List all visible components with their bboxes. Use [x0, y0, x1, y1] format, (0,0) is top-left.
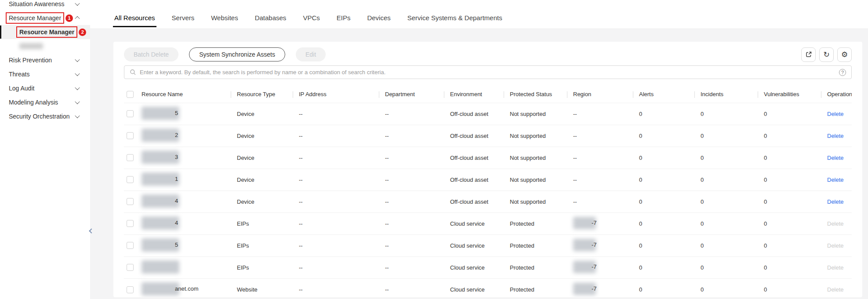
sidebar-item-log-audit[interactable]: Log Audit [0, 81, 90, 95]
redacted-region: -7 [573, 261, 597, 273]
tab-eips[interactable]: EIPs [337, 14, 351, 22]
redacted-region: -7 [573, 239, 597, 251]
row-checkbox[interactable] [127, 198, 134, 205]
sidebar-item-redacted[interactable] [0, 39, 90, 53]
cell-incidents: 0 [694, 191, 758, 213]
cell-incidents: 0 [694, 256, 758, 278]
cell-protected-status: Not supported [504, 191, 567, 213]
sidebar-item-modeling-analysis[interactable]: Modeling Analysis [0, 95, 90, 109]
search-input[interactable] [140, 69, 835, 76]
cell-type: Device [231, 191, 293, 213]
sidebar-item-label: Resource Manager [16, 26, 77, 38]
resource-name-tail: anet.com [175, 285, 198, 292]
row-checkbox[interactable] [127, 176, 134, 183]
table-row: EIPs----Cloud serviceProtected-7000Delet… [124, 256, 852, 278]
toolbar: Batch Delete System Synchronize Assets E… [124, 47, 852, 62]
tab-service-systems-departments[interactable]: Service Systems & Departments [407, 14, 502, 22]
redacted-resource-name: 1 [142, 173, 178, 186]
sidebar-item-label: Situation Awareness [9, 0, 65, 7]
row-checkbox[interactable] [127, 264, 134, 271]
step-badge: 1 [65, 14, 73, 22]
refresh-button[interactable]: ↻ [819, 47, 834, 62]
column-header-resource-name: Resource Name [142, 86, 231, 103]
cell-ip: -- [293, 278, 379, 297]
redacted-resource-name: 5 [142, 107, 178, 120]
cell-region: -7 [567, 234, 633, 256]
delete-link[interactable]: Delete [827, 177, 844, 183]
tab-databases[interactable]: Databases [255, 14, 287, 22]
cell-checkbox [124, 147, 142, 169]
redacted-resource-name: 4 [142, 216, 178, 230]
cell-department: -- [379, 169, 444, 191]
delete-link[interactable]: Delete [827, 155, 844, 161]
sidebar-item-label: Threats [9, 71, 29, 78]
row-checkbox[interactable] [127, 132, 134, 139]
row-checkbox[interactable] [127, 110, 134, 117]
cell-region: -- [567, 147, 633, 169]
cell-type: Website [231, 278, 293, 297]
tab-all-resources[interactable]: All Resources [114, 14, 155, 22]
batch-delete-button[interactable]: Batch Delete [124, 47, 178, 61]
row-checkbox[interactable] [127, 154, 134, 161]
sidebar-item-situation-awareness[interactable]: Situation Awareness [0, 0, 90, 11]
sidebar-item-risk-prevention[interactable]: Risk Prevention [0, 53, 90, 67]
toolbar-icon-group: ↻ ⚙ [801, 47, 852, 62]
sidebar-collapse-handle[interactable] [87, 222, 95, 240]
step-badge: 2 [79, 29, 86, 36]
settings-button[interactable]: ⚙ [837, 47, 852, 62]
sidebar-item-security-orchestration[interactable]: Security Orchestration [0, 109, 90, 123]
cell-operation: Delete [821, 256, 852, 278]
delete-link[interactable]: Delete [827, 111, 844, 117]
sidebar-item-resource-manager[interactable]: Resource Manager2 [0, 25, 90, 39]
sidebar-item-threats[interactable]: Threats [0, 67, 90, 81]
tab-servers[interactable]: Servers [172, 14, 195, 22]
cell-operation: Delete [821, 103, 852, 125]
select-all-checkbox[interactable] [127, 91, 134, 98]
delete-link[interactable]: Delete [827, 198, 844, 205]
cell-alerts: 0 [633, 103, 694, 125]
delete-link[interactable]: Delete [827, 133, 844, 139]
blur-patch [142, 282, 179, 295]
sidebar-item-label: Modeling Analysis [9, 99, 58, 106]
export-button[interactable] [801, 47, 816, 62]
chevron-down-icon [75, 85, 80, 90]
tab-vpcs[interactable]: VPCs [303, 14, 320, 22]
column-header-resource-type: Resource Type [231, 86, 293, 103]
cell-protected-status: Not supported [504, 125, 567, 147]
sidebar-item-label: Security Orchestration [9, 113, 70, 120]
table-row: 1Device----Off-cloud assetNot supported-… [124, 169, 852, 191]
row-checkbox[interactable] [127, 242, 134, 249]
cell-environment: Off-cloud asset [444, 125, 504, 147]
cell-alerts: 0 [633, 169, 694, 191]
blur-patch [142, 195, 179, 208]
delete-link: Delete [827, 220, 844, 227]
refresh-icon: ↻ [823, 51, 829, 58]
cell-incidents: 0 [694, 213, 758, 234]
cell-environment: Cloud service [444, 213, 504, 234]
table-row: 4EIPs----Cloud serviceProtected-7000Dele… [124, 213, 852, 234]
cell-resource-name: 4 [142, 191, 231, 213]
region-tail: -7 [592, 263, 597, 270]
help-icon[interactable]: ? [839, 69, 846, 76]
row-checkbox[interactable] [127, 286, 134, 293]
row-checkbox[interactable] [127, 220, 134, 227]
table-header-row: Resource NameResource TypeIP AddressDepa… [124, 86, 852, 103]
table-row: 5EIPs----Cloud serviceProtected-7000Dele… [124, 234, 852, 256]
cell-region: -- [567, 103, 633, 125]
table-row: 3Device----Off-cloud assetNot supported-… [124, 147, 852, 169]
system-synchronize-assets-button[interactable]: System Synchronize Assets [189, 47, 285, 61]
edit-button[interactable]: Edit [296, 47, 326, 61]
tab-devices[interactable]: Devices [367, 14, 390, 22]
cell-alerts: 0 [633, 213, 694, 234]
cell-vulnerabilities: 0 [758, 147, 821, 169]
cell-type: Device [231, 103, 293, 125]
cell-ip: -- [293, 213, 379, 234]
tab-websites[interactable]: Websites [211, 14, 238, 22]
table-body: 5Device----Off-cloud assetNot supported-… [124, 103, 852, 297]
blur-patch [142, 260, 179, 274]
region-text: -- [573, 177, 577, 183]
cell-operation: Delete [821, 213, 852, 234]
cell-department: -- [379, 147, 444, 169]
sidebar-item-resource-manager[interactable]: Resource Manager1 [0, 11, 90, 25]
cell-checkbox [124, 103, 142, 125]
